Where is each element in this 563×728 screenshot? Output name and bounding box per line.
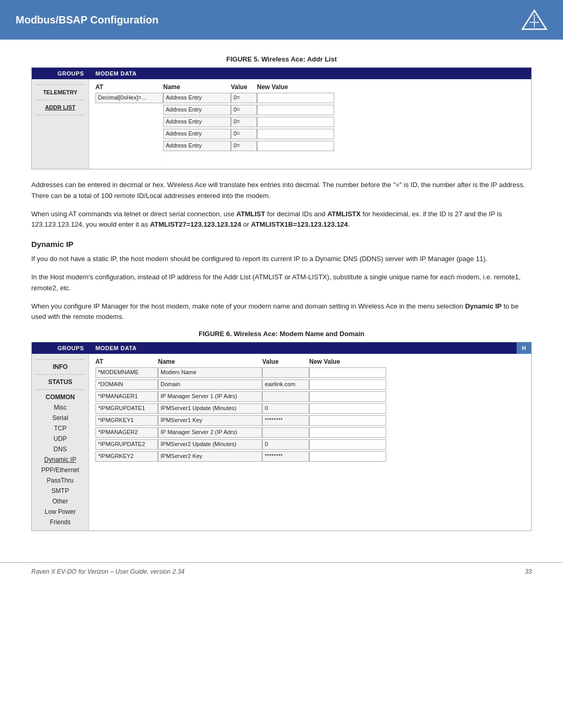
sidebar2-item-dns[interactable]: DNS: [32, 444, 89, 454]
sidebar2-item-tcp[interactable]: TCP: [32, 423, 89, 434]
sidebar1-item-telemetry[interactable]: TELEMETRY: [32, 87, 89, 97]
cell2-newvalue-2[interactable]: [309, 379, 386, 390]
cell2-newvalue-7[interactable]: [309, 439, 386, 450]
cell2-newvalue-6[interactable]: [309, 427, 386, 438]
cell-at-6: [95, 153, 163, 163]
sidebar2-item-misc[interactable]: Misc: [32, 402, 89, 413]
cell-newvalue-2[interactable]: [257, 105, 334, 115]
sidebar2-item-smtp[interactable]: SMTP: [32, 486, 89, 496]
sidebar2-item-status[interactable]: STATUS: [32, 377, 89, 387]
body-para-2: When using AT commands via telnet or dir…: [31, 209, 532, 231]
table-row: Address Entry 0=: [95, 117, 525, 127]
sidebar2-div3: [36, 389, 84, 390]
table-row: Address Entry 0=: [95, 129, 525, 139]
cell-newvalue-4[interactable]: [257, 129, 334, 139]
sidebar2-item-dynamicip[interactable]: Dynamic IP: [32, 454, 89, 465]
table2-header-bar: GROUPS MODEM DATA H: [32, 342, 531, 354]
dynamic-ip-para-3: When you configure IP Manager for the ho…: [31, 301, 532, 323]
table2-col-headers: AT Name Value New Value: [95, 358, 525, 365]
col2-header-newvalue: New Value: [309, 358, 366, 365]
cell-newvalue-3[interactable]: [257, 117, 334, 127]
table1-data-area: AT Name Value New Value Decimal[0xHex]=.…: [89, 79, 531, 169]
footer-right: 33: [525, 568, 532, 575]
table1-col-headers: AT Name Value New Value: [95, 83, 525, 91]
sidebar2-item-other[interactable]: Other: [32, 496, 89, 507]
col2-header-at: AT: [95, 358, 158, 365]
cell-newvalue-5[interactable]: [257, 141, 334, 151]
table1-groups-label: GROUPS: [32, 68, 89, 79]
dynamic-ip-para-2: In the Host modem's configuration, inste…: [31, 272, 532, 294]
cell-name-3: Address Entry: [163, 117, 231, 127]
cell2-newvalue-4[interactable]: [309, 403, 386, 414]
cell2-value-2: eairlink.com: [262, 379, 309, 390]
cell2-at-7: *IPMGRUPDATE2: [95, 439, 158, 450]
cell-at-5: [95, 141, 163, 151]
sidebar1-item-addrlist[interactable]: ADDR LIST: [32, 102, 89, 113]
cell-newvalue-1[interactable]: [257, 93, 334, 103]
cell2-at-1: *MODEMNAME: [95, 367, 158, 378]
footer-left: Raven X EV-DO for Verizon – User Guide, …: [31, 568, 185, 575]
sidebar1-divider-mid: [36, 100, 84, 100]
page-content: FIGURE 5. Wireless Ace: Addr List GROUPS…: [0, 40, 563, 562]
sidebar2-item-common[interactable]: COMMON: [32, 392, 89, 402]
cell2-name-1: Modem Name: [158, 367, 262, 378]
cell-value-2: 0=: [231, 105, 257, 115]
sidebar2-item-friends[interactable]: Friends: [32, 517, 89, 527]
table-row: *IPMGRKEY1 IPMServer1 Key ********: [95, 415, 525, 426]
figure1-caption: FIGURE 5. Wireless Ace: Addr List: [31, 55, 532, 63]
sidebar2-div2: [36, 374, 84, 375]
sidebar2-item-info[interactable]: INFO: [32, 362, 89, 372]
sidebar2-item-udp[interactable]: UDP: [32, 434, 89, 444]
cell2-value-5: ********: [262, 415, 309, 426]
body-para-1: Addresses can be entered in decimal or h…: [31, 180, 532, 202]
cell2-value-8: ********: [262, 451, 309, 462]
col-header-value: Value: [231, 83, 257, 91]
cell-name-4: Address Entry: [163, 129, 231, 139]
cell2-name-7: IPMServer2 Update (Minutes): [158, 439, 262, 450]
sidebar1-divider-bot: [36, 115, 84, 115]
sidebar2-div1: [36, 359, 84, 360]
sidebar2-item-passthru[interactable]: PassThru: [32, 475, 89, 486]
table2-groups-label: GROUPS: [32, 342, 89, 354]
cell2-value-7: 0: [262, 439, 309, 450]
cell2-at-5: *IPMGRKEY1: [95, 415, 158, 426]
table-row: *IPMANAGER1 IP Manager Server 1 (IP Adrs…: [95, 391, 525, 402]
table-row: Address Entry 0=: [95, 141, 525, 151]
table2-sidebar: INFO STATUS COMMON Misc Serial TCP UDP D…: [32, 354, 89, 530]
cell2-name-6: IP Manager Server 2 (IP Adrs): [158, 427, 262, 438]
sidebar2-item-serial[interactable]: Serial: [32, 413, 89, 423]
cell2-name-2: Domain: [158, 379, 262, 390]
table2-data-area: AT Name Value New Value *MODEMNAME Modem…: [89, 354, 531, 530]
table-row-partial: . .: [95, 153, 525, 163]
cell2-newvalue-8[interactable]: [309, 451, 386, 462]
cell-at-1: Decimal[0xHex]=...: [95, 93, 163, 103]
table2-modem-data-label: MODEM DATA: [89, 342, 517, 354]
col-header-name: Name: [163, 83, 231, 91]
cell-value-5: 0=: [231, 141, 257, 151]
col-header-newvalue: New Value: [257, 83, 309, 91]
col2-header-value: Value: [262, 358, 309, 365]
cell-name-2: Address Entry: [163, 105, 231, 115]
table-row: *IPMGRKEY2 IPMServer2 Key ********: [95, 451, 525, 462]
cell2-newvalue-5[interactable]: [309, 415, 386, 426]
cell2-at-3: *IPMANAGER1: [95, 391, 158, 402]
cell2-newvalue-1[interactable]: [309, 367, 386, 378]
cell2-newvalue-3[interactable]: [309, 391, 386, 402]
logo-icon: [521, 9, 547, 30]
cell2-value-4: 0: [262, 403, 309, 414]
sidebar2-item-ppp[interactable]: PPP/Ethernet: [32, 465, 89, 475]
sidebar2-item-lowpower[interactable]: Low Power: [32, 507, 89, 517]
cell-name-1: Address Entry: [163, 93, 231, 103]
figure1-table: GROUPS MODEM DATA TELEMETRY ADDR LIST AT…: [31, 67, 532, 169]
figure2-table: GROUPS MODEM DATA H INFO STATUS COMMON M…: [31, 342, 532, 531]
cell2-at-4: *IPMGRUPDATE1: [95, 403, 158, 414]
cell2-name-3: IP Manager Server 1 (IP Adrs): [158, 391, 262, 402]
cell-at-2: [95, 105, 163, 115]
table-row: *DOMAIN Domain eairlink.com: [95, 379, 525, 390]
table-row: *MODEMNAME Modem Name: [95, 367, 525, 378]
table-row: *IPMGRUPDATE1 IPMServer1 Update (Minutes…: [95, 403, 525, 414]
sidebar1-divider-top: [36, 84, 84, 85]
cell-value-1: 0=: [231, 93, 257, 103]
col2-header-name: Name: [158, 358, 262, 365]
cell-at-3: [95, 117, 163, 127]
